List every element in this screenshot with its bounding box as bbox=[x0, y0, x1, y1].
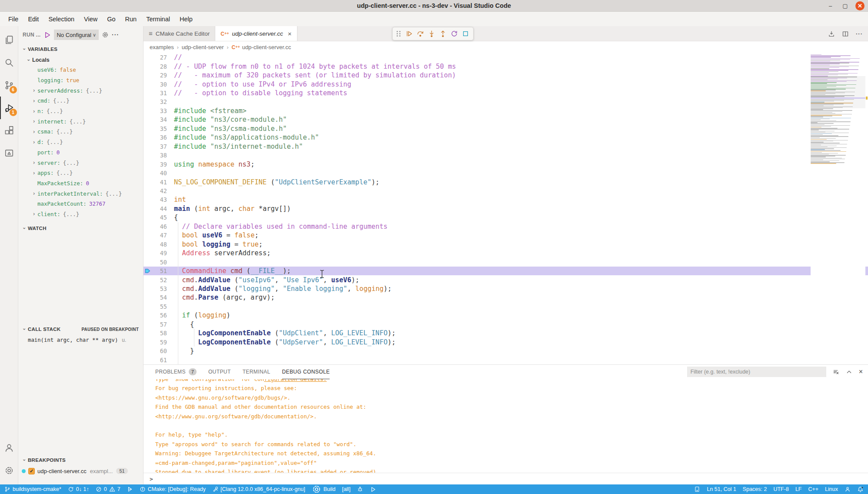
activity-item-cmake-tools[interactable] bbox=[0, 142, 18, 164]
debug-settings-gear-icon[interactable] bbox=[102, 31, 109, 38]
code-line-47[interactable]: 47 bool useV6 = false; bbox=[144, 231, 868, 240]
status-cmake-status[interactable]: CMake: [Debug]: Ready bbox=[140, 486, 206, 492]
code-line-44[interactable]: 44main (int argc, char *argv[]) bbox=[144, 204, 868, 213]
code-line-33[interactable]: 33#include <fstream> bbox=[144, 107, 868, 115]
code-line-49[interactable]: 49 Address serverAddress; bbox=[144, 249, 868, 257]
status-remote[interactable] bbox=[694, 486, 700, 492]
activity-item-search[interactable] bbox=[0, 51, 18, 74]
status-indentation[interactable]: Spaces: 2 bbox=[743, 486, 767, 492]
code-line-55[interactable]: 55 bbox=[144, 302, 868, 311]
variable-row-csma[interactable]: ›csma:{...} bbox=[18, 127, 143, 137]
code-line-32[interactable]: 32 bbox=[144, 97, 868, 106]
tab-cmake-cache-editor[interactable]: ≡CMake Cache Editor bbox=[144, 26, 215, 41]
close-panel-icon[interactable]: × bbox=[859, 368, 863, 376]
code-line-50[interactable]: 50 bbox=[144, 257, 868, 266]
debug-continue-icon[interactable] bbox=[405, 30, 413, 37]
code-line-29[interactable]: 29// - maximum of 320 packets sent (or l… bbox=[144, 71, 868, 80]
code-line-28[interactable]: 28// - UDP flow from n0 to n1 of 1024 by… bbox=[144, 62, 868, 70]
status-feedback[interactable] bbox=[845, 486, 851, 492]
menu-selection[interactable]: Selection bbox=[43, 14, 79, 24]
variables-section-header[interactable]: › VARIABLES bbox=[18, 43, 143, 55]
status-debug-target[interactable] bbox=[357, 486, 363, 492]
code-line-36[interactable]: 36#include "ns3/applications-module.h" bbox=[144, 133, 868, 142]
breadcrumb-item[interactable]: C++udp-client-server.cc bbox=[231, 44, 291, 50]
minimap-viewport[interactable] bbox=[811, 76, 865, 108]
breakpoint-checkbox[interactable]: ✓ bbox=[28, 468, 35, 474]
code-line-37[interactable]: 37#include "ns3/internet-module.h" bbox=[144, 142, 868, 151]
code-line-42[interactable]: 42 bbox=[144, 187, 868, 195]
breakpoints-section-header[interactable]: › BREAKPOINTS bbox=[18, 454, 143, 466]
menu-edit[interactable]: Edit bbox=[23, 14, 43, 24]
status-build-target[interactable]: [all] bbox=[342, 486, 350, 492]
panel-tab-output[interactable]: OUTPUT bbox=[208, 365, 231, 379]
code-line-53[interactable]: 53 cmd.AddValue ("logging", "Enable logg… bbox=[144, 284, 868, 293]
status-debug-console-status[interactable] bbox=[127, 486, 133, 492]
code-line-45[interactable]: 45{ bbox=[144, 213, 868, 222]
status-language-mode[interactable]: C++ bbox=[808, 486, 818, 492]
debug-restart-icon[interactable] bbox=[451, 30, 458, 37]
status-build[interactable]: Build bbox=[312, 484, 336, 494]
panel-tab-problems[interactable]: PROBLEMS7 bbox=[155, 365, 197, 379]
breakpoint-row[interactable]: ✓ udp-client-server.cc exampl... 51 bbox=[18, 466, 143, 476]
variable-row-useV6[interactable]: useV6:false bbox=[18, 65, 143, 75]
menu-file[interactable]: File bbox=[3, 14, 23, 24]
status-eol[interactable]: LF bbox=[795, 486, 802, 492]
debug-step-over-icon[interactable] bbox=[417, 30, 424, 37]
variable-row-interPacketInterval[interactable]: ›interPacketInterval:{...} bbox=[18, 188, 143, 199]
stack-frame-row[interactable]: main(int argc, char ** argv) u. bbox=[18, 335, 143, 345]
code-line-41[interactable]: 41NS_LOG_COMPONENT_DEFINE ("UdpClientSer… bbox=[144, 177, 868, 186]
activity-item-manage[interactable] bbox=[0, 459, 18, 482]
code-line-34[interactable]: 34#include "ns3/core-module.h" bbox=[144, 115, 868, 124]
status-encoding[interactable]: UTF-8 bbox=[773, 486, 788, 492]
locals-scope-row[interactable]: › Locals bbox=[18, 55, 143, 65]
code-line-43[interactable]: 43int bbox=[144, 195, 868, 204]
code-line-58[interactable]: 58 LogComponentEnable ("UdpClient", LOG_… bbox=[144, 329, 868, 337]
watch-section-header[interactable]: › WATCH bbox=[18, 223, 143, 234]
status-sync[interactable]: 0↓ 1↑ bbox=[68, 486, 89, 492]
clear-console-icon[interactable] bbox=[833, 369, 839, 375]
debug-step-out-icon[interactable] bbox=[439, 30, 447, 37]
menu-run[interactable]: Run bbox=[120, 14, 142, 24]
maximize-button[interactable]: ▢ bbox=[841, 1, 850, 10]
current-line-arrow-icon[interactable] bbox=[144, 268, 151, 274]
activity-item-account[interactable] bbox=[0, 437, 18, 459]
code-line-31[interactable]: 31// - option to disable logging stateme… bbox=[144, 89, 868, 97]
breadcrumb-item[interactable]: examples bbox=[150, 44, 174, 50]
activity-item-explorer[interactable] bbox=[0, 29, 18, 51]
menu-go[interactable]: Go bbox=[102, 14, 120, 24]
code-line-61[interactable]: 61 bbox=[144, 355, 868, 364]
panel-tab-debug-console[interactable]: DEBUG CONSOLE bbox=[282, 365, 330, 379]
code-line-46[interactable]: 46 // Declare variables used in command-… bbox=[144, 222, 868, 231]
status-problems[interactable]: 07 bbox=[96, 486, 120, 492]
status-kit[interactable]: [Clang 12.0.0 x86_64-pc-linux-gnu] bbox=[212, 486, 305, 492]
console-input-row[interactable]: > bbox=[144, 473, 868, 484]
activity-item-run-and-debug[interactable]: 1 bbox=[0, 97, 18, 119]
minimap[interactable] bbox=[811, 54, 865, 364]
variable-row-internet[interactable]: ›internet:{...} bbox=[18, 116, 143, 127]
status-branch[interactable]: buildsystem-cmake* bbox=[4, 486, 61, 492]
code-line-39[interactable]: 39using namespace ns3; bbox=[144, 160, 868, 168]
debug-stop-icon[interactable] bbox=[462, 30, 469, 37]
menu-view[interactable]: View bbox=[79, 14, 102, 24]
debug-step-into-icon[interactable] bbox=[428, 30, 435, 37]
close-tab-icon[interactable]: × bbox=[288, 30, 292, 37]
status-notifications[interactable] bbox=[857, 486, 864, 493]
more-actions-icon[interactable]: ··· bbox=[112, 31, 119, 38]
start-debug-icon[interactable] bbox=[43, 31, 51, 39]
code-line-38[interactable]: 38 bbox=[144, 151, 868, 160]
code-line-54[interactable]: 54 cmd.Parse (argc, argv); bbox=[144, 293, 868, 302]
code-line-52[interactable]: 52 cmd.AddValue ("useIpv6", "Use Ipv6", … bbox=[144, 275, 868, 284]
variable-row-port[interactable]: port:0 bbox=[18, 147, 143, 158]
tab-udp-client-server-cc[interactable]: C++udp-client-server.cc× bbox=[215, 26, 297, 41]
status-cursor-position[interactable]: Ln 51, Col 1 bbox=[707, 486, 736, 492]
breadcrumb-item[interactable]: udp-client-server bbox=[182, 44, 224, 50]
console-filter-input[interactable] bbox=[687, 367, 826, 377]
code-line-48[interactable]: 48 bool logging = true; bbox=[144, 240, 868, 249]
debug-config-dropdown[interactable]: No Configural ∨ bbox=[54, 30, 99, 40]
variable-row-cmd[interactable]: ›cmd:{...} bbox=[18, 96, 143, 106]
maximize-panel-icon[interactable] bbox=[846, 369, 852, 375]
variable-row-d[interactable]: ›d:{...} bbox=[18, 137, 143, 147]
close-button[interactable]: ✕ bbox=[855, 1, 865, 10]
panel-tab-terminal[interactable]: TERMINAL bbox=[243, 365, 270, 379]
drag-handle[interactable] bbox=[397, 31, 401, 37]
